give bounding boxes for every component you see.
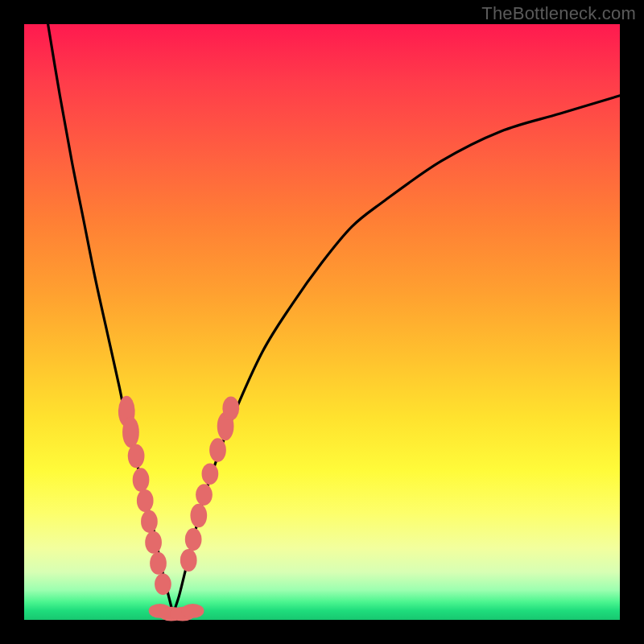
marker-bottom-fit-band [181,604,204,618]
marker-left-fit-band [133,468,150,492]
marker-left-fit-band [141,510,158,533]
marker-left-fit-band [155,573,171,595]
marker-layer [118,396,239,621]
marker-left-fit-band [137,489,154,512]
watermark-text: TheBottleneck.com [481,3,636,24]
marker-left-fit-band [128,444,145,469]
marker-right-fit-band [185,528,202,551]
marker-right-fit-band [202,463,219,485]
marker-right-fit-band [209,438,226,462]
marker-left-fit-band [145,531,162,554]
curve-right-branch [173,96,620,614]
chart-svg [24,24,620,620]
marker-right-fit-band [222,397,239,421]
marker-right-fit-band [190,504,207,528]
curve-layer [48,24,620,614]
chart-frame: TheBottleneck.com [0,0,644,644]
marker-left-fit-band [122,417,139,448]
marker-right-fit-band [180,549,197,572]
marker-right-fit-band [196,484,213,506]
marker-left-fit-band [150,552,167,575]
